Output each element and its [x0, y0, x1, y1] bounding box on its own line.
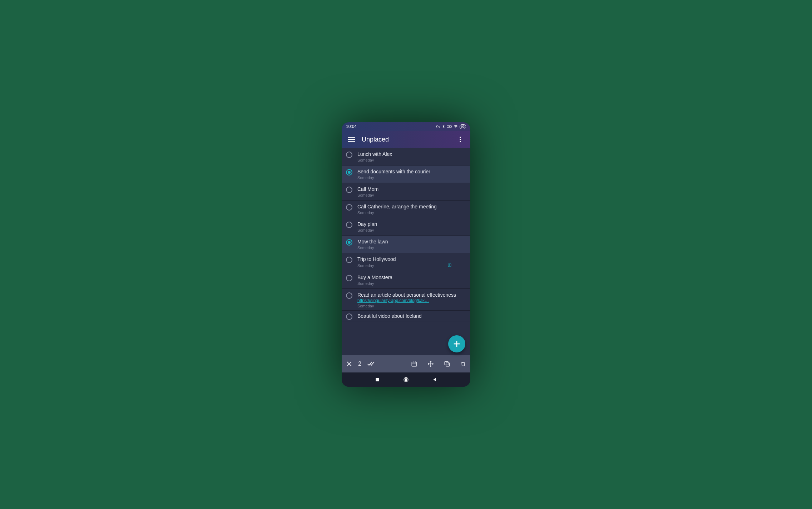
phone-frame: 10:04 93 Unplaced Lunch with Alex Someda…	[342, 122, 470, 387]
task-item[interactable]: Lunch with Alex Someday	[342, 148, 470, 165]
status-icons: 93	[436, 124, 466, 129]
copy-button[interactable]	[444, 361, 450, 367]
move-button[interactable]	[427, 361, 434, 367]
task-title: Call Catherine, arrange the meeting	[357, 203, 466, 210]
app-bar: Unplaced	[342, 131, 470, 148]
task-title: Read an article about personal effective…	[357, 292, 466, 298]
silent-icon	[447, 124, 452, 129]
back-button[interactable]	[432, 377, 437, 382]
task-radio[interactable]	[346, 275, 352, 281]
svg-rect-11	[446, 363, 450, 366]
task-item[interactable]: Call Mom Someday	[342, 183, 470, 201]
task-subtext: Someday	[357, 246, 374, 250]
task-item[interactable]: Beautiful video about Iceland	[342, 311, 470, 321]
more-button[interactable]	[453, 132, 467, 147]
date-button[interactable]	[411, 361, 417, 367]
task-subtext: Someday	[357, 304, 374, 308]
page-title: Unplaced	[362, 136, 453, 143]
more-vert-icon	[457, 136, 464, 143]
task-subtext: Someday	[357, 211, 374, 215]
delete-button[interactable]	[460, 361, 466, 367]
selection-action-bar: 2	[342, 355, 470, 372]
task-subtext: Someday	[357, 176, 374, 180]
svg-rect-13	[376, 378, 379, 381]
moon-icon	[436, 124, 440, 129]
svg-rect-1	[348, 137, 355, 138]
note-icon	[447, 263, 452, 268]
svg-point-15	[405, 379, 407, 381]
task-subtext: Someday	[357, 228, 374, 232]
close-selection-button[interactable]	[346, 361, 352, 367]
status-time: 10:04	[346, 124, 357, 129]
task-title: Mow the lawn	[357, 238, 466, 245]
svg-point-4	[460, 137, 461, 138]
add-task-fab[interactable]	[448, 335, 465, 352]
task-item[interactable]: Trip to Hollywood Someday	[342, 253, 470, 271]
task-item[interactable]: Buy a Monstera Someday	[342, 271, 470, 289]
task-radio[interactable]	[346, 292, 352, 299]
task-radio[interactable]	[346, 169, 352, 176]
task-item[interactable]: Send documents with the courier Someday	[342, 165, 470, 183]
task-title: Send documents with the courier	[357, 168, 466, 175]
task-link[interactable]: https://singularity-app.com/blog/kak…	[357, 298, 466, 303]
svg-rect-12	[445, 361, 448, 365]
task-list[interactable]: Lunch with Alex Someday Send documents w…	[342, 148, 470, 355]
task-radio[interactable]	[346, 152, 352, 158]
task-title: Buy a Monstera	[357, 274, 466, 281]
complete-button[interactable]	[367, 361, 375, 367]
copy-icon	[444, 361, 450, 367]
task-radio[interactable]	[346, 257, 352, 263]
wifi-icon	[453, 124, 458, 129]
svg-rect-2	[348, 139, 355, 140]
home-button[interactable]	[403, 376, 409, 383]
android-nav-bar	[342, 372, 470, 387]
circle-icon	[403, 376, 409, 383]
square-icon	[375, 377, 380, 382]
task-subtext: Someday	[357, 281, 374, 286]
task-item[interactable]: Read an article about personal effective…	[342, 289, 470, 311]
calendar-icon	[411, 361, 417, 367]
plus-icon	[453, 340, 461, 348]
task-subtext: Someday	[357, 158, 374, 162]
close-icon	[346, 361, 352, 367]
task-title: Day plan	[357, 221, 466, 227]
task-subtext: Someday	[357, 193, 374, 197]
svg-rect-9	[454, 344, 460, 345]
task-title: Beautiful video about Iceland	[357, 313, 466, 319]
task-radio[interactable]	[346, 239, 352, 246]
task-radio[interactable]	[346, 222, 352, 228]
task-item[interactable]: Day plan Someday	[342, 218, 470, 236]
svg-point-5	[460, 139, 461, 140]
svg-rect-10	[412, 362, 417, 366]
battery-icon: 93	[460, 124, 466, 129]
svg-point-6	[460, 141, 461, 142]
triangle-back-icon	[432, 377, 437, 382]
hamburger-icon	[348, 136, 355, 143]
menu-button[interactable]	[345, 132, 359, 147]
task-item[interactable]: Call Catherine, arrange the meeting Some…	[342, 201, 470, 218]
task-title: Trip to Hollywood	[357, 256, 466, 262]
trash-icon	[460, 361, 466, 367]
status-bar: 10:04 93	[342, 122, 470, 131]
task-radio[interactable]	[346, 313, 352, 320]
selection-count: 2	[358, 361, 361, 367]
double-check-icon	[367, 361, 375, 367]
svg-rect-3	[348, 141, 355, 142]
task-item[interactable]: Mow the lawn Someday	[342, 236, 470, 253]
task-title: Call Mom	[357, 186, 466, 192]
task-title: Lunch with Alex	[357, 151, 466, 157]
task-radio[interactable]	[346, 187, 352, 193]
task-subtext: Someday	[357, 263, 374, 268]
recent-apps-button[interactable]	[375, 377, 380, 382]
move-icon	[427, 361, 434, 367]
task-radio[interactable]	[346, 204, 352, 211]
bluetooth-icon	[442, 124, 445, 129]
